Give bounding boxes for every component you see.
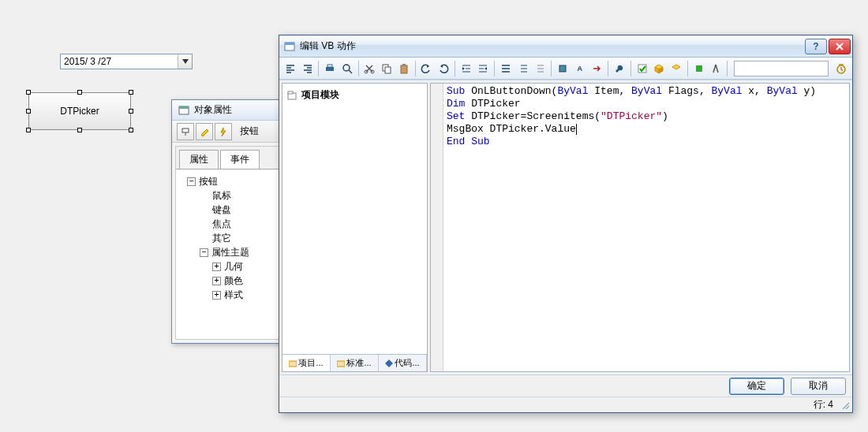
print-button[interactable]	[322, 60, 338, 77]
align-right-button[interactable]	[300, 60, 316, 77]
flash-button[interactable]	[215, 123, 232, 140]
module-add-button[interactable]	[668, 60, 684, 77]
dialog-footer: 确定 取消	[279, 374, 852, 397]
svg-rect-5	[285, 43, 294, 45]
svg-rect-16	[559, 65, 566, 72]
play-icon	[694, 63, 705, 74]
svg-rect-14	[401, 65, 407, 73]
find-button[interactable]	[339, 60, 355, 77]
status-bar: 行: 4	[279, 397, 852, 412]
abc-icon: A	[577, 65, 582, 73]
svg-rect-1	[179, 106, 189, 109]
resize-handle[interactable]	[26, 109, 31, 114]
project-explorer: 项目模块 项目... 标准... 代码...	[282, 83, 428, 372]
module-button[interactable]	[651, 60, 667, 77]
resize-handle[interactable]	[77, 90, 82, 95]
paste-button[interactable]	[396, 60, 412, 77]
folder-icon	[289, 359, 297, 367]
cube-icon	[671, 63, 682, 74]
paste-icon	[398, 63, 410, 74]
arrow-icon	[591, 63, 602, 74]
compass-icon	[710, 63, 721, 74]
app-icon	[284, 41, 295, 52]
indent-icon	[461, 63, 472, 74]
cut-button[interactable]	[362, 60, 378, 77]
undo-button[interactable]	[419, 60, 435, 77]
code-area[interactable]: Sub OnLButtonDown(ByVal Item, ByVal Flag…	[443, 84, 849, 371]
svg-rect-2	[182, 128, 189, 132]
tree-node[interactable]: 鼠标	[212, 189, 231, 203]
goto-button[interactable]	[589, 60, 605, 77]
cancel-button[interactable]: 取消	[791, 378, 846, 395]
left-tab-project[interactable]: 项目...	[282, 355, 331, 371]
help-icon: ?	[813, 41, 818, 52]
tab-properties[interactable]: 属性	[179, 150, 219, 169]
dtpicker-button-container: DTPicker	[28, 92, 131, 130]
status-line: 行: 4	[814, 398, 833, 412]
tree-node[interactable]: 焦点	[212, 218, 231, 231]
resize-handle[interactable]	[77, 128, 82, 132]
pin-button[interactable]	[177, 123, 194, 140]
close-icon	[835, 43, 844, 50]
svg-rect-18	[696, 65, 702, 72]
ok-button[interactable]: 确定	[729, 378, 784, 395]
pin-icon	[181, 127, 190, 136]
project-module-node[interactable]: 项目模块	[287, 88, 422, 102]
date-picker[interactable]: 2015/ 3 /27	[60, 54, 193, 69]
timer-button[interactable]	[833, 60, 849, 77]
check-button[interactable]	[634, 60, 650, 77]
uncomment-button[interactable]	[533, 60, 548, 77]
tree-node[interactable]: 其它	[212, 232, 231, 245]
search-icon	[342, 63, 353, 74]
tree-node[interactable]: 键盘	[212, 203, 231, 217]
search-input[interactable]	[734, 61, 829, 76]
wrench-button[interactable]	[612, 60, 627, 77]
code-editor[interactable]: Sub OnLButtonDown(ByVal Item, ByVal Flag…	[430, 83, 850, 372]
toggle-abc-button[interactable]: A	[572, 60, 588, 77]
indent-in-button[interactable]	[458, 60, 474, 77]
svg-rect-17	[638, 65, 646, 73]
folder-icon	[337, 359, 345, 367]
left-tab-code[interactable]: 代码...	[379, 355, 427, 371]
svg-line-9	[349, 70, 352, 73]
align-left-button[interactable]	[282, 60, 298, 77]
resize-handle[interactable]	[129, 90, 133, 95]
date-picker-dropdown-button[interactable]	[178, 54, 192, 69]
svg-rect-22	[289, 361, 297, 367]
tree-node[interactable]: 属性主题	[211, 246, 249, 259]
resize-grip-icon[interactable]	[841, 401, 851, 411]
tree-node[interactable]: 按钮	[199, 175, 218, 188]
bookmark-button[interactable]	[555, 60, 571, 77]
edit-button[interactable]	[196, 123, 213, 140]
dtpicker-button[interactable]: DTPicker	[28, 92, 131, 130]
outdent-icon	[477, 63, 488, 74]
comment-button[interactable]	[515, 60, 531, 77]
properties-icon	[178, 105, 189, 116]
copy-button[interactable]	[379, 60, 395, 77]
resize-handle[interactable]	[129, 128, 133, 132]
run-button[interactable]	[691, 60, 707, 77]
resize-handle[interactable]	[129, 109, 133, 114]
window-titlebar[interactable]: 编辑 VB 动作 ?	[279, 35, 852, 58]
align-icon	[302, 63, 313, 74]
left-tab-standard[interactable]: 标准...	[331, 355, 379, 371]
compass-button[interactable]	[708, 60, 724, 77]
svg-point-8	[343, 65, 350, 71]
resize-handle[interactable]	[26, 90, 31, 95]
indent-out-button[interactable]	[476, 60, 492, 77]
help-button[interactable]: ?	[805, 39, 827, 54]
lightning-icon	[219, 127, 228, 136]
close-button[interactable]	[829, 39, 851, 54]
tab-events[interactable]: 事件	[220, 150, 260, 169]
redo-button[interactable]	[436, 60, 451, 77]
list-button[interactable]	[498, 60, 514, 77]
print-icon	[324, 63, 335, 74]
panel-title: 对象属性	[194, 103, 232, 117]
dtpicker-button-label: DTPicker	[60, 106, 99, 117]
tree-node[interactable]: 颜色	[224, 274, 243, 288]
tree-node[interactable]: 样式	[224, 289, 243, 302]
resize-handle[interactable]	[26, 128, 31, 132]
tree-node[interactable]: 几何	[224, 260, 243, 274]
check-icon	[637, 63, 648, 74]
cut-icon	[364, 63, 375, 74]
